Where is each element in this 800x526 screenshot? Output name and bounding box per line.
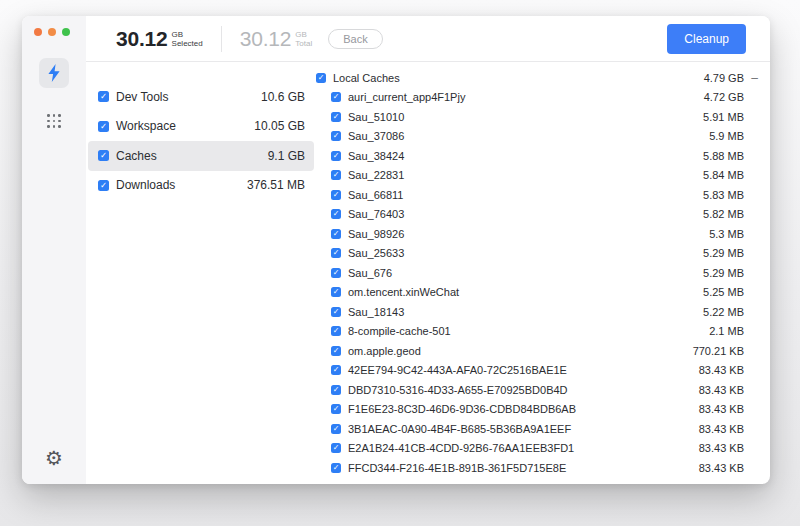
category-checkbox[interactable] xyxy=(98,150,109,161)
file-checkbox[interactable] xyxy=(331,248,341,258)
collapse-indicator[interactable]: – xyxy=(744,72,758,84)
grid-icon xyxy=(47,114,61,128)
file-row[interactable]: 3B1AEAC-0A90-4B4F-B685-5B36BA9A1EEF 83.4… xyxy=(316,419,758,439)
file-label: E2A1B24-41CB-4CDD-92B6-76AA1EEB3FD1 xyxy=(348,442,574,454)
settings-button[interactable] xyxy=(22,444,86,472)
file-size: 83.43 KB xyxy=(699,442,744,454)
file-row[interactable]: Sau_76403 5.82 MB xyxy=(316,205,758,225)
file-checkbox[interactable] xyxy=(331,443,341,453)
file-row[interactable]: Sau_66811 5.83 MB xyxy=(316,185,758,205)
gear-icon xyxy=(45,448,63,469)
header-divider xyxy=(221,26,222,52)
file-size: 2.1 MB xyxy=(709,325,744,337)
file-row[interactable]: Sau_98926 5.3 MB xyxy=(316,224,758,244)
file-label: 3B1AEAC-0A90-4B4F-B685-5B36BA9A1EEF xyxy=(348,423,571,435)
cleaner-tab[interactable] xyxy=(39,58,69,88)
cleanup-button[interactable]: Cleanup xyxy=(667,24,746,54)
category-checkbox[interactable] xyxy=(98,121,109,132)
file-size: 5.22 MB xyxy=(703,306,744,318)
file-label: auri_current_app4F1Pjy xyxy=(348,91,465,103)
app-window: 30.12 GB Selected 30.12 GB Total Back Cl… xyxy=(22,16,770,484)
file-size: 83.43 KB xyxy=(699,403,744,415)
file-checkbox[interactable] xyxy=(331,170,341,180)
file-size: 5.29 MB xyxy=(703,267,744,279)
category-label: Downloads xyxy=(116,178,175,192)
file-label: FFCD344-F216-4E1B-891B-361F5D715E8E xyxy=(348,462,566,474)
file-row[interactable]: om.apple.geod 770.21 KB xyxy=(316,341,758,361)
file-size: 4.72 GB xyxy=(704,91,744,103)
total-size-label: Total xyxy=(295,39,312,48)
file-checkbox[interactable] xyxy=(331,190,341,200)
file-label: Sau_25633 xyxy=(348,247,404,259)
file-group-row[interactable]: Local Caches 4.79 GB – xyxy=(316,68,758,88)
file-row[interactable]: 8-compile-cache-501 2.1 MB xyxy=(316,322,758,342)
file-row[interactable]: Sau_25633 5.29 MB xyxy=(316,244,758,264)
category-row[interactable]: Workspace 10.05 GB xyxy=(88,112,314,142)
file-checkbox[interactable] xyxy=(331,326,341,336)
category-size: 10.05 GB xyxy=(254,119,305,133)
category-size: 10.6 GB xyxy=(261,90,305,104)
apps-tab[interactable] xyxy=(39,106,69,136)
category-row[interactable]: Dev Tools 10.6 GB xyxy=(88,82,314,112)
file-row[interactable]: Sau_22831 5.84 MB xyxy=(316,166,758,186)
file-size: 5.3 MB xyxy=(709,228,744,240)
file-size: 5.82 MB xyxy=(703,208,744,220)
file-checkbox[interactable] xyxy=(331,92,341,102)
minimize-button[interactable] xyxy=(48,28,56,36)
file-label: Sau_18143 xyxy=(348,306,404,318)
categories-panel: Dev Tools 10.6 GB Workspace 10.05 GB Cac… xyxy=(86,62,316,200)
file-row[interactable]: Sau_37086 5.9 MB xyxy=(316,127,758,147)
file-label: Sau_22831 xyxy=(348,169,404,181)
selected-size-unit: GB xyxy=(172,30,203,39)
lightning-icon xyxy=(47,64,61,82)
file-row[interactable]: auri_current_app4F1Pjy 4.72 GB xyxy=(316,88,758,108)
file-label: 8-compile-cache-501 xyxy=(348,325,451,337)
file-label: 42EE794-9C42-443A-AFA0-72C2516BAE1E xyxy=(348,364,567,376)
file-size: 5.9 MB xyxy=(709,130,744,142)
file-checkbox[interactable] xyxy=(331,346,341,356)
selected-size-value: 30.12 xyxy=(116,27,168,51)
file-row[interactable]: 42EE794-9C42-443A-AFA0-72C2516BAE1E 83.4… xyxy=(316,361,758,381)
zoom-button[interactable] xyxy=(62,28,70,36)
file-checkbox[interactable] xyxy=(331,287,341,297)
file-checkbox[interactable] xyxy=(331,404,341,414)
file-checkbox[interactable] xyxy=(331,209,341,219)
file-row[interactable]: DBD7310-5316-4D33-A655-E70925BD0B4D 83.4… xyxy=(316,380,758,400)
file-checkbox[interactable] xyxy=(331,365,341,375)
file-label: Sau_98926 xyxy=(348,228,404,240)
file-checkbox[interactable] xyxy=(331,151,341,161)
file-row[interactable]: F1E6E23-8C3D-46D6-9D36-CDBD84BDB6AB 83.4… xyxy=(316,400,758,420)
file-checkbox[interactable] xyxy=(331,229,341,239)
file-row[interactable]: Sau_51010 5.91 MB xyxy=(316,107,758,127)
file-label: Sau_37086 xyxy=(348,130,404,142)
close-button[interactable] xyxy=(34,28,42,36)
file-checkbox[interactable] xyxy=(331,131,341,141)
category-row[interactable]: Downloads 376.51 MB xyxy=(88,171,314,201)
file-size: 83.43 KB xyxy=(699,364,744,376)
file-row[interactable]: Sau_18143 5.22 MB xyxy=(316,302,758,322)
category-row[interactable]: Caches 9.1 GB xyxy=(88,141,314,171)
file-checkbox[interactable] xyxy=(331,112,341,122)
file-row[interactable]: Sau_38424 5.88 MB xyxy=(316,146,758,166)
file-label: om.tencent.xinWeChat xyxy=(348,286,459,298)
file-size: 5.25 MB xyxy=(703,286,744,298)
file-label: Sau_676 xyxy=(348,267,392,279)
back-button[interactable]: Back xyxy=(328,29,382,49)
file-size: 83.43 KB xyxy=(699,384,744,396)
category-checkbox[interactable] xyxy=(98,91,109,102)
file-checkbox[interactable] xyxy=(331,307,341,317)
file-size: 83.43 KB xyxy=(699,423,744,435)
file-row[interactable]: FFCD344-F216-4E1B-891B-361F5D715E8E 83.4… xyxy=(316,458,758,478)
file-checkbox[interactable] xyxy=(331,385,341,395)
file-checkbox[interactable] xyxy=(331,463,341,473)
file-row[interactable]: om.tencent.xinWeChat 5.25 MB xyxy=(316,283,758,303)
file-size: 770.21 KB xyxy=(693,345,744,357)
category-checkbox[interactable] xyxy=(98,180,109,191)
file-row[interactable]: E2A1B24-41CB-4CDD-92B6-76AA1EEB3FD1 83.4… xyxy=(316,439,758,459)
total-size-value: 30.12 xyxy=(240,27,292,51)
file-list-panel: Local Caches 4.79 GB – auri_current_app4… xyxy=(316,62,758,478)
file-checkbox[interactable] xyxy=(331,268,341,278)
file-checkbox[interactable] xyxy=(331,424,341,434)
file-row[interactable]: Sau_676 5.29 MB xyxy=(316,263,758,283)
file-checkbox[interactable] xyxy=(316,73,326,83)
